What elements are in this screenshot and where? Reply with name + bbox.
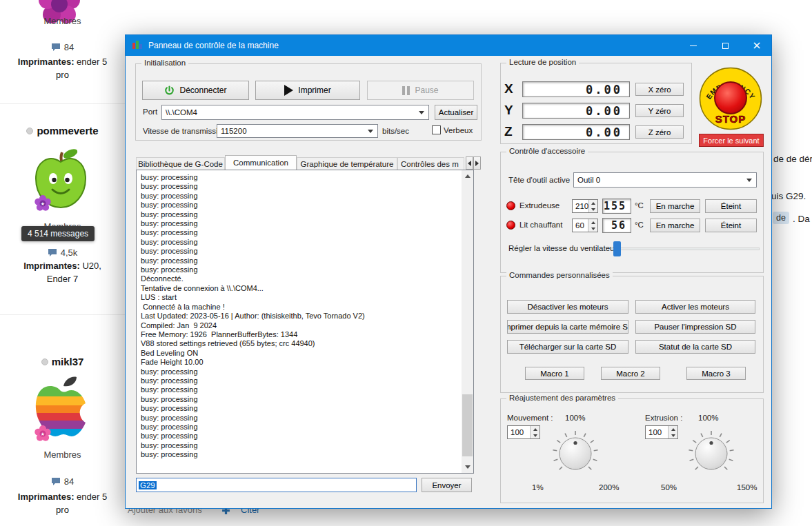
extruder-target-spinner[interactable]: 210 [572, 199, 598, 213]
log-line: LUS : start [141, 293, 458, 302]
x-zero-button[interactable]: X zéro [635, 83, 684, 96]
extruder-off-button[interactable]: Éteint [705, 199, 757, 213]
disable-motors-button[interactable]: Désactiver les moteurs [507, 300, 628, 314]
send-button[interactable]: Envoyer [422, 478, 472, 492]
log-line: busy: processing [141, 423, 458, 432]
avatar-rainbow-apple[interactable]: ★ [33, 374, 88, 442]
title-bar[interactable]: Panneau de contrôle de la machine [126, 35, 771, 56]
log-line: busy: processing [141, 192, 458, 201]
force-next-button[interactable]: Forcer le suivant [699, 134, 764, 147]
profile1-printers: Imprimantes: ender 5 [0, 55, 125, 68]
macro-2-button[interactable]: Macro 2 [601, 367, 660, 380]
bed-on-button[interactable]: En marche [650, 219, 700, 232]
spin-down-button[interactable] [669, 432, 677, 438]
avatar-green-apple[interactable]: ★ [32, 143, 90, 213]
profile1-printers-line2: pro [0, 68, 125, 81]
profile3-name[interactable]: mikl37 [52, 356, 84, 367]
log-line: busy: processing [141, 450, 458, 459]
dropdown-arrow-icon [419, 111, 424, 114]
log-line: Last Updated: 2023-05-16 | Author: (this… [141, 312, 458, 321]
tab-movement-controls[interactable]: Contrôles des m [397, 157, 464, 170]
page: Membres 84 Imprimantes: ender 5 pro pomm… [0, 0, 812, 526]
pause-button[interactable]: Pause [367, 81, 474, 100]
log-line: busy: processing [141, 238, 458, 247]
triangle-up-icon [465, 174, 471, 178]
y-zero-button[interactable]: Y zéro [635, 104, 684, 117]
slider-track [612, 247, 760, 250]
close-button[interactable]: × [741, 35, 773, 56]
tab-temperature-graph[interactable]: Graphique de température [297, 157, 397, 170]
dropdown-arrow-icon [746, 179, 752, 182]
spin-up-button[interactable] [669, 426, 677, 432]
print-button[interactable]: Imprimer [255, 81, 360, 100]
message-bubble-icon [51, 477, 61, 486]
spin-up-button[interactable] [589, 200, 597, 206]
communication-log[interactable]: busy: processingbusy: processingbusy: pr… [136, 170, 474, 474]
chevron-right-icon [475, 161, 479, 166]
maximize-button[interactable] [709, 35, 741, 56]
log-line: busy: processing [141, 173, 458, 182]
sd-pause-button[interactable]: Pauser l'impression SD [635, 320, 755, 334]
profile2-name[interactable]: pommeverte [37, 125, 98, 136]
verbose-label: Verbeux [444, 126, 473, 134]
bed-off-button[interactable]: Éteint [705, 219, 757, 232]
profile3-name-row: mikl37 [0, 356, 125, 367]
macro-1-button[interactable]: Macro 1 [525, 367, 584, 380]
profile1-count: 84 [64, 42, 74, 52]
log-line: busy: processing [141, 385, 458, 394]
scroll-up-button[interactable] [462, 170, 473, 182]
movement-label: Mouvement : [507, 414, 553, 422]
emergency-stop-button[interactable]: EMERGENCY STOP [699, 67, 762, 130]
z-zero-button[interactable]: Z zéro [635, 125, 684, 139]
spin-down-button[interactable] [589, 206, 597, 212]
triangle-down-icon [465, 465, 471, 469]
macro-3-button[interactable]: Macro 3 [686, 367, 746, 380]
minimize-button[interactable] [677, 35, 709, 56]
spin-down-button[interactable] [588, 225, 597, 232]
profile1-message-count: 84 [0, 42, 125, 52]
adjust-group-label: Réajustement des paramètres [506, 394, 618, 402]
log-scrollbar[interactable] [462, 170, 473, 473]
log-line: busy: processing [141, 256, 458, 265]
port-combobox[interactable]: \\.\COM4 [161, 105, 429, 120]
movement-top-label: 100% [565, 414, 585, 422]
extrusion-knob[interactable] [686, 428, 737, 479]
tab-communication[interactable]: Communication [225, 155, 297, 170]
toolhead-combobox[interactable]: Outil 0 [573, 172, 757, 188]
post-text-fragment: de de dér [773, 154, 812, 164]
sd-status-button[interactable]: Statut de la carte SD [635, 340, 755, 354]
profile2-name-row: pommeverte [0, 125, 125, 136]
slider-thumb[interactable] [613, 241, 621, 256]
movement-spinner[interactable]: 100 [507, 425, 540, 439]
sd-print-button[interactable]: Imprimer depuis la carte mémoire SD [507, 320, 628, 334]
log-lines: busy: processingbusy: processingbusy: pr… [141, 173, 458, 460]
gcode-input[interactable]: G29 [136, 478, 417, 492]
dropdown-arrow-icon [368, 130, 373, 133]
tab-gcode-library[interactable]: Bibliothèque de G-Code [136, 157, 225, 170]
scroll-down-button[interactable] [462, 461, 473, 473]
log-line: busy: processing [141, 432, 458, 441]
scrollbar-thumb[interactable] [462, 394, 473, 456]
log-line: busy: processing [141, 265, 458, 274]
extruder-on-button[interactable]: En marche [650, 199, 700, 213]
refresh-ports-button[interactable]: Actualiser [435, 105, 477, 120]
log-line: busy: processing [141, 367, 458, 376]
bed-target-spinner[interactable]: 60 [572, 219, 598, 232]
disconnect-button[interactable]: Déconnecter [142, 81, 249, 100]
position-group-label: Lecture de position [506, 58, 579, 66]
baud-combobox[interactable]: 115200 [217, 124, 378, 138]
fan-speed-slider[interactable] [612, 241, 760, 256]
spin-down-button[interactable] [531, 432, 539, 438]
gcode-input-value: G29 [139, 481, 157, 489]
tab-scroll-left-button[interactable] [466, 156, 473, 170]
tab-scroll-right-button[interactable] [473, 156, 481, 170]
verbose-checkbox[interactable] [432, 125, 441, 134]
baud-unit-label: bits/sec [382, 127, 409, 135]
spin-up-button[interactable] [531, 426, 539, 432]
movement-knob[interactable] [550, 428, 601, 479]
enable-motors-button[interactable]: Activer les moteurs [635, 300, 755, 314]
sd-upload-button[interactable]: Télécharger sur la carte SD [507, 340, 628, 354]
chevron-left-icon [468, 161, 471, 166]
extrusion-spinner[interactable]: 100 [645, 425, 678, 439]
spin-up-button[interactable] [588, 219, 597, 225]
